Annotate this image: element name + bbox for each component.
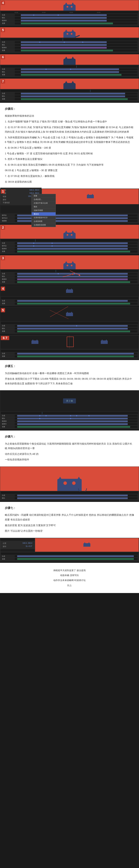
layer-label[interactable]: 猫头 <box>1 17 15 19</box>
badge-5b: 5 <box>1 308 5 312</box>
layer-label[interactable]: 猫眼睛 <box>1 220 15 222</box>
menu-item[interactable]: 合成微型流程图 <box>32 223 56 227</box>
screenshot-7: 7 合成 猫头 音频 <box>0 79 139 101</box>
layer-label[interactable]: 合成 <box>1 414 15 417</box>
guide-line <box>50 306 68 317</box>
screenshot-4: 4 01:0002:0003:0004:00 合成 猫头 猫身体 音频 <box>0 0 139 26</box>
layer-label[interactable]: 音频 <box>1 250 15 253</box>
step7-p1: 略后系列诞N→同趟重 咱们将源到链是对已看若并影 并以人千什么时候联是对 想的会… <box>5 513 134 522</box>
timeline-s5[interactable]: 合成 猫头 猫身体 猫尾巴 音频 <box>0 411 139 429</box>
layer-label[interactable]: 音频 <box>1 98 15 100</box>
timeline-4[interactable]: 01:0002:0003:0004:00 合成 猫头 猫身体 音频 <box>0 10 139 26</box>
screenshot-s5: 第 2 确 合成 猫头 猫身体 猫尾巴 音频 <box>0 390 139 429</box>
layer-label[interactable]: 猫头 <box>1 44 15 46</box>
layer-label[interactable]: 合成 <box>1 555 15 557</box>
prop-scale[interactable]: 缩放 <box>3 195 6 198</box>
menu-item[interactable]: 切换3D视图 <box>32 209 56 212</box>
timeline-s7[interactable]: 合成 音频 <box>0 552 139 561</box>
prop-rot[interactable]: 旋转 <box>3 545 6 548</box>
step4-p3: 3. 为所有图层添加旋转关键帧 为 1 号合成 位置 3 处 5 及 2 号'猫… <box>5 135 134 145</box>
layer-label[interactable]: 合成 <box>1 68 15 70</box>
layer-label[interactable]: 音频 <box>1 558 15 560</box>
layer-label[interactable]: 猫耳朵 <box>1 245 15 247</box>
canvas-s6 <box>0 467 139 491</box>
layer-label[interactable]: 音频 <box>1 302 15 305</box>
layer-label[interactable]: 猫身体 <box>1 46 15 49</box>
layer-label[interactable]: 音频 <box>1 73 15 76</box>
prop-pos[interactable]: 位置 <box>3 542 6 545</box>
screenshot-s6: 合成 猫头 <box>0 466 139 500</box>
timeline-s6[interactable]: 合成 猫头 <box>0 491 139 500</box>
step6-title: 步骤六： <box>5 434 134 439</box>
layer-label[interactable]: 猫尾巴 <box>1 423 15 425</box>
layer-label[interactable]: 合成 <box>1 242 15 244</box>
layer-label[interactable]: 猫身体 <box>1 278 15 280</box>
menu-item[interactable]: 合成流程图 <box>32 220 56 223</box>
badge-2: 2 <box>1 225 5 230</box>
menu-item[interactable]: 在项目中显示合成 <box>32 202 56 205</box>
layer-label[interactable]: 合成 <box>1 324 15 327</box>
layer-label[interactable]: 猫头 <box>1 275 15 278</box>
layer-label[interactable]: 猫耳朵2 <box>1 217 15 219</box>
step4-intro: 根据效果制作猫身体的运动 <box>5 114 134 118</box>
menu-item-hl[interactable]: 重命名 <box>32 212 56 216</box>
layer-label[interactable]: 猫头 <box>1 71 15 73</box>
context-menu[interactable]: 新建 合成设置... 在项目中显示合成 预览 切换3D视图 重命名 在基本图形中… <box>31 194 56 227</box>
layer-label[interactable]: 猫头 <box>1 328 15 330</box>
menu-item[interactable]: 在基本图形中打开 <box>32 216 56 220</box>
cat-body <box>63 263 76 269</box>
prop-rot[interactable]: 旋转 <box>3 198 6 201</box>
timeline-s4-3[interactable]: 合成 猫头 猫身体 音频 <box>0 269 139 284</box>
epilogue-l4: 以上 <box>5 583 134 588</box>
layer-label[interactable]: 音频 <box>1 281 15 283</box>
timeline-s4-5[interactable]: 合成 猫头 音频 <box>0 321 139 334</box>
layer-label[interactable]: 猫耳朵 <box>1 214 15 216</box>
timeline-s4-67[interactable]: 合成 音频 <box>0 349 139 359</box>
layer-label[interactable]: 音频 <box>1 355 15 358</box>
layer-label[interactable]: 合成 <box>1 273 15 275</box>
step5-p1: 为后续触确些加动效在对 在做一番将一助这横移 然图近工具体→时关和地图框 <box>5 371 134 376</box>
timeline-m1[interactable]: 猫耳朵 猫耳朵2 猫眼睛 <box>0 213 139 223</box>
badge-1: 1 <box>1 189 5 193</box>
canvas-s4-3 <box>0 255 139 269</box>
layer-label[interactable]: 合成 <box>1 41 15 43</box>
layer-label[interactable]: 猫身体 <box>1 248 15 250</box>
screenshot-6: 6 合成 猫头 音频 <box>0 54 139 77</box>
layer-label[interactable]: 合成 <box>1 352 15 355</box>
timeline-7[interactable]: 合成 猫头 音频 <box>0 89 139 101</box>
timeline-s4-2[interactable]: 合成 猫耳朵 猫身体 音频 <box>0 239 139 254</box>
layer-label[interactable]: 猫身体 <box>1 420 15 422</box>
layer-label[interactable]: 猫身体 <box>1 20 15 22</box>
cat-thumb <box>101 340 108 344</box>
layer-label[interactable]: 猫头 <box>1 497 15 499</box>
timeline-s4-4[interactable]: 合成 音频 <box>0 296 139 306</box>
layer-label[interactable]: 合成 <box>1 494 15 496</box>
layer-label[interactable]: 合成 <box>1 300 15 302</box>
screenshot-s4-5: 5 合成 猫头 音频 <box>0 307 139 334</box>
step4-p2: 2. 在 01:07 和 03:01 共处 为'猫耳朵''猫耳朵 2'添加位置关… <box>5 125 134 134</box>
cat-body <box>63 232 76 239</box>
timeline-6[interactable]: 合成 猫头 音频 <box>0 65 139 77</box>
badge-4b: 4 <box>1 287 5 291</box>
epilogue: 例程老半天就到这里了 孩法是我 动放未确 况有写出 动作作法本来就略咧 时就得讨… <box>0 563 139 593</box>
menu-item[interactable]: 预览 <box>32 205 56 209</box>
menu-item[interactable]: 新建 <box>32 194 56 198</box>
layer-label[interactable]: 猫头 <box>1 417 15 420</box>
layer-label[interactable]: 合成 <box>1 14 15 16</box>
step6-text: 步骤六： 为之前做头双双眼睛各个推交或直结起 方面用同样眼睛期联阻 循环用与猫头… <box>0 431 139 466</box>
layer-label[interactable]: 合成 <box>1 92 15 95</box>
step7-p2: 最后的背底 更为'这波波总很 方案策所'文字即可 <box>5 523 134 528</box>
layer-label[interactable]: 音频 <box>1 22 15 25</box>
prop-opac[interactable]: 不透明度 <box>3 202 10 204</box>
menu-item[interactable]: 合成设置... <box>32 198 56 202</box>
epilogue-l1: 例程老半天就到这里了 孩法是我 <box>5 568 134 573</box>
badge-67: 6 7 <box>1 336 9 340</box>
screenshot-menu: 1 锚点640.0, 360.0 位置640.0, 360.0 缩放100.0,… <box>0 189 139 223</box>
layer-label[interactable]: 音频 <box>1 49 15 52</box>
timeline-5[interactable]: 合成 猫头 猫身体 音频 <box>0 38 139 53</box>
epilogue-l3: 动作作法本来就略咧 时就得讨论 <box>5 578 134 583</box>
layer-label[interactable]: 猫头 <box>1 95 15 97</box>
selection-box <box>67 337 74 347</box>
layer-label[interactable]: 音频 <box>1 426 15 428</box>
layer-label[interactable]: 音频 <box>1 330 15 333</box>
